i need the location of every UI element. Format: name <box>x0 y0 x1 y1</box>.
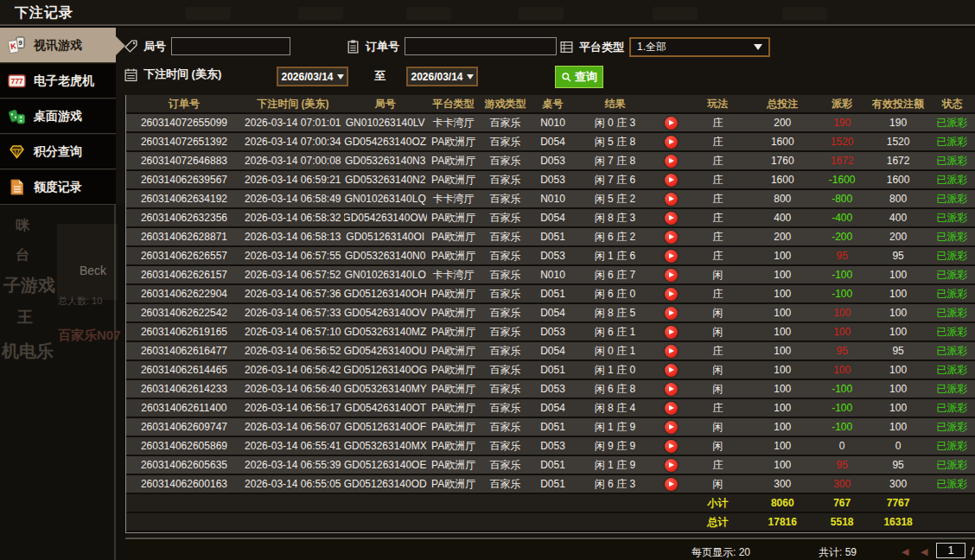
sidebar-item-slots[interactable]: 777 电子老虎机 <box>0 63 116 99</box>
table-row[interactable]: 260314062622542 2026-03-14 06:57:33 GD05… <box>126 304 975 323</box>
cell-order-no: 260314062626157 <box>126 266 242 283</box>
cell-order-no: 260314062611400 <box>126 399 242 417</box>
cell-play-type: 闲 <box>687 380 748 398</box>
cell-game-id: GD054263140OV <box>344 304 427 321</box>
table-row[interactable]: 260314062632356 2026-03-14 06:58:32 GD05… <box>126 209 975 228</box>
cell-total-bet: 100 <box>748 266 817 283</box>
cell-status: 已派彩 <box>929 114 975 131</box>
play-video-button[interactable] <box>665 231 678 244</box>
cell-result: 闲 8 庄 4 <box>575 399 654 417</box>
table-row[interactable]: 260314062622904 2026-03-14 06:57:36 GD05… <box>126 285 975 304</box>
play-video-button[interactable] <box>665 402 678 415</box>
cell-game-type: 百家乐 <box>481 361 531 379</box>
cell-game-type: 百家乐 <box>481 190 531 207</box>
cell-result: 闲 0 庄 3 <box>575 114 654 131</box>
play-video-button[interactable] <box>665 193 678 206</box>
cell-bet-time: 2026-03-14 06:59:21 <box>242 171 344 188</box>
cell-bet-time: 2026-03-14 06:56:17 <box>242 399 344 417</box>
order-no-input[interactable] <box>405 37 557 55</box>
table-row[interactable]: 260314072651392 2026-03-14 07:00:34 GD05… <box>126 133 975 152</box>
table-row[interactable]: 260314062628871 2026-03-14 06:58:13 GD05… <box>126 228 975 247</box>
table-row[interactable]: 260314062616477 2026-03-14 06:56:52 GD05… <box>126 342 975 361</box>
cell-video <box>654 399 687 417</box>
cell-game-id: GN010263140LV <box>344 114 427 131</box>
cell-order-no: 260314062616477 <box>126 342 242 360</box>
play-icon <box>669 291 674 296</box>
sidebar-item-points-query[interactable]: 积分查询 <box>0 134 116 169</box>
background-dealer-name: Beck <box>80 264 106 277</box>
table-row[interactable]: 260314062634192 2026-03-14 06:58:49 GN01… <box>126 190 975 209</box>
play-video-button[interactable] <box>665 421 678 434</box>
play-video-button[interactable] <box>665 117 678 130</box>
play-video-button[interactable] <box>665 250 678 263</box>
sidebar-item-table-games[interactable]: 桌面游戏 <box>0 99 116 134</box>
cell-result: 闲 6 庄 3 <box>575 475 654 493</box>
cell-order-no: 260314062605635 <box>126 456 242 474</box>
play-icon <box>669 310 674 315</box>
play-video-button[interactable] <box>665 136 678 149</box>
table-row[interactable]: 260314062609747 2026-03-14 06:56:07 GD05… <box>126 418 975 437</box>
play-video-button[interactable] <box>665 440 678 453</box>
platform-type-select[interactable]: 1.全部 <box>629 37 770 57</box>
play-video-button[interactable] <box>665 212 678 225</box>
sidebar-item-video-games[interactable]: 9K 视讯游戏 <box>0 28 116 63</box>
play-video-button[interactable] <box>665 269 678 282</box>
table-row[interactable]: 260314072646883 2026-03-14 07:00:08 GD05… <box>126 152 975 171</box>
cell-valid-bet: 1520 <box>867 133 929 150</box>
play-video-button[interactable] <box>665 326 678 339</box>
table-row[interactable]: 260314062614465 2026-03-14 06:56:42 GD05… <box>126 361 975 380</box>
table-row[interactable]: 260314062600163 2026-03-14 06:55:05 GD05… <box>126 475 975 494</box>
table-row[interactable]: 260314072655099 2026-03-14 07:01:01 GN01… <box>126 114 975 133</box>
play-video-button[interactable] <box>665 288 678 301</box>
cell-order-no: 260314062626557 <box>126 247 242 264</box>
cell-game-type: 百家乐 <box>481 247 531 264</box>
cell-play-type: 闲 <box>687 437 748 455</box>
background-table-name: 百家乐N07 <box>58 328 121 344</box>
cell-order-no: 260314062609747 <box>126 418 242 436</box>
cell-bet-time: 2026-03-14 06:55:05 <box>242 475 344 493</box>
game-id-input[interactable] <box>171 37 290 55</box>
play-video-button[interactable] <box>665 155 678 168</box>
table-row[interactable]: 260314062605635 2026-03-14 06:55:39 GD05… <box>126 456 975 475</box>
background-tab <box>653 7 698 20</box>
cell-payout: -100 <box>817 285 867 302</box>
date-to-picker[interactable]: 2026/03/14 <box>406 67 478 86</box>
play-video-button[interactable] <box>665 364 678 377</box>
cell-game-id: GN010263140LO <box>344 266 427 283</box>
play-video-button[interactable] <box>665 459 678 472</box>
cell-status: 已派彩 <box>929 133 975 150</box>
play-video-button[interactable] <box>665 383 678 396</box>
cell-order-no: 260314062614233 <box>126 380 242 398</box>
prev-page-button[interactable]: ◀ <box>921 546 927 557</box>
header-video <box>654 95 687 112</box>
table-row[interactable]: 260314062626557 2026-03-14 06:57:55 GD05… <box>126 247 975 266</box>
grand-total-row: 总计 17816 5518 16318 <box>126 513 975 532</box>
table-row[interactable]: 260314062626157 2026-03-14 06:57:52 GN01… <box>126 266 975 285</box>
cell-play-type: 庄 <box>687 152 748 169</box>
play-video-button[interactable] <box>665 307 678 320</box>
table-row[interactable]: 260314062605869 2026-03-14 06:55:41 GD05… <box>126 437 975 456</box>
play-video-button[interactable] <box>665 478 678 491</box>
table-row[interactable]: 260314062614233 2026-03-14 06:56:40 GD05… <box>126 380 975 399</box>
cell-platform: PA欧洲厅 <box>427 437 481 455</box>
table-row[interactable]: 260314062611400 2026-03-14 06:56:17 GD05… <box>126 399 975 418</box>
table-row[interactable]: 260314062619165 2026-03-14 06:57:10 GD05… <box>126 323 975 342</box>
play-video-button[interactable] <box>665 174 678 187</box>
platform-type-label: 平台类型 <box>579 40 624 55</box>
cell-payout: 100 <box>817 323 867 340</box>
cell-game-id: GD051263140OD <box>344 475 427 493</box>
cell-video <box>654 247 687 264</box>
first-page-button[interactable]: ◀ <box>902 546 908 557</box>
play-icon <box>669 234 674 239</box>
sidebar-item-quota-record[interactable]: 额度记录 <box>0 169 116 205</box>
cell-bet-time: 2026-03-14 06:58:49 <box>242 190 344 207</box>
cell-valid-bet: 100 <box>867 285 929 302</box>
search-icon <box>561 72 572 83</box>
cell-bet-time: 2026-03-14 07:00:34 <box>242 133 344 150</box>
query-button[interactable]: 查询 <box>555 66 603 88</box>
date-from-picker[interactable]: 2026/03/14 <box>277 67 348 86</box>
page-number-input[interactable]: 1 <box>936 543 965 558</box>
table-row[interactable]: 260314062639567 2026-03-14 06:59:21 GD05… <box>126 171 975 190</box>
table-header-row: 订单号 下注时间 (美东) 局号 平台类型 游戏类型 桌号 结果 玩法 总投注 … <box>126 95 975 114</box>
play-video-button[interactable] <box>665 345 678 358</box>
